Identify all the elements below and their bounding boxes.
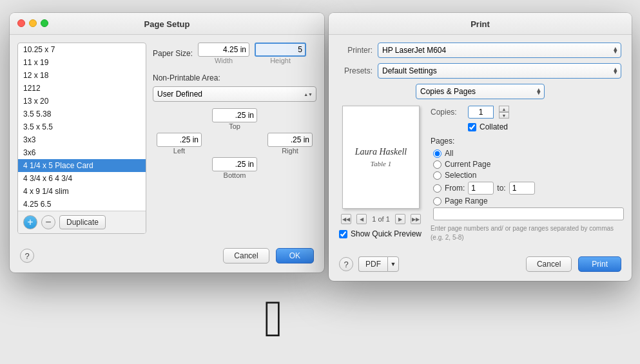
current-page-label[interactable]: Current Page xyxy=(445,160,490,169)
right-margin-input[interactable] xyxy=(267,133,313,147)
show-preview-row: Show Quick Preview xyxy=(339,229,423,238)
page-range-label[interactable]: Page Range xyxy=(445,196,488,206)
ok-button[interactable]: OK xyxy=(276,248,314,263)
preset-dropdown[interactable]: User Defined xyxy=(153,86,316,102)
paper-list-scroll[interactable]: 10.25 x 7 11 x 19 12 x 18 1212 13 x 20 3… xyxy=(18,43,146,211)
preview-line1: Laura Haskell xyxy=(355,147,407,157)
presets-dropdown-wrapper: Default Settings xyxy=(378,63,621,79)
apple-logo:  xyxy=(264,293,283,345)
show-preview-checkbox[interactable] xyxy=(339,230,347,238)
printer-select[interactable]: HP LaserJet M604 xyxy=(378,43,621,58)
print-dialog-title: Print xyxy=(470,19,490,29)
to-input[interactable] xyxy=(509,182,535,195)
paper-size-label: Paper Size: xyxy=(153,49,193,58)
preview-page: Laura Haskell Table 1 xyxy=(342,106,420,209)
page-range-row: Page Range xyxy=(433,196,621,206)
duplicate-button[interactable]: Duplicate xyxy=(59,215,106,229)
paper-width-input[interactable] xyxy=(198,43,249,57)
list-controls: + − Duplicate xyxy=(18,211,146,233)
copies-pages-wrapper: Copies & Pages xyxy=(416,84,545,99)
bottom-margin-input[interactable] xyxy=(212,157,257,171)
print-footer: ? PDF ▼ Cancel Print xyxy=(329,250,632,281)
all-label[interactable]: All xyxy=(445,149,453,158)
preset-dropdown-wrapper: User Defined xyxy=(153,86,316,102)
minimize-button[interactable] xyxy=(29,19,37,27)
list-item-selected[interactable]: 4 1/4 x 5 Place Card xyxy=(18,159,146,172)
non-printable-section: Non-Printable Area: User Defined Top xyxy=(153,73,316,179)
list-item[interactable]: 13 x 20 xyxy=(18,95,146,108)
presets-select[interactable]: Default Settings xyxy=(378,63,621,79)
selection-row: Selection xyxy=(433,171,621,180)
paper-items[interactable]: 10.25 x 7 11 x 19 12 x 18 1212 13 x 20 3… xyxy=(18,43,146,211)
preview-nav: ◀◀ ◀ 1 of 1 ▶ ▶▶ xyxy=(339,214,423,224)
last-page-button[interactable]: ▶▶ xyxy=(411,214,421,224)
page-range-radio[interactable] xyxy=(433,197,441,206)
list-item[interactable]: 4 x 9 1/4 slim xyxy=(18,185,146,198)
close-button[interactable] xyxy=(17,19,25,27)
remove-paper-size-button[interactable]: − xyxy=(41,215,55,229)
selection-radio[interactable] xyxy=(433,171,441,180)
copies-label: Copies: xyxy=(431,108,463,117)
print-footer-left: ? PDF ▼ xyxy=(339,256,399,272)
list-item[interactable]: 3.5 x 5.5 xyxy=(18,120,146,133)
list-item[interactable]: 3.5 5.38 xyxy=(18,108,146,120)
list-item[interactable]: 11 x 19 xyxy=(18,56,146,69)
current-page-row: Current Page xyxy=(433,160,621,169)
pages-label: Pages: xyxy=(431,137,621,146)
pdf-arrow-button[interactable]: ▼ xyxy=(387,256,399,272)
copies-pages-select[interactable]: Copies & Pages xyxy=(416,84,545,99)
list-item[interactable]: 3x3 xyxy=(18,133,146,146)
add-paper-size-button[interactable]: + xyxy=(23,215,37,229)
print-main: Laura Haskell Table 1 ◀◀ ◀ 1 of 1 ▶ ▶▶ S… xyxy=(339,106,621,242)
maximize-button[interactable] xyxy=(41,19,48,27)
height-input-group: Height xyxy=(255,43,306,64)
from-label[interactable]: From: xyxy=(445,184,465,193)
paper-settings-panel: Paper Size: Width Height Non-Printable A… xyxy=(153,43,316,234)
copies-input[interactable] xyxy=(468,106,494,119)
to-label: to: xyxy=(497,184,505,193)
width-input-group: Width xyxy=(198,43,249,64)
page-range-input[interactable] xyxy=(433,207,624,220)
list-item[interactable]: 4.25 6.5 xyxy=(18,198,146,211)
from-input[interactable] xyxy=(468,182,494,195)
page-setup-footer: ? Cancel OK xyxy=(10,242,324,273)
footer-buttons: Cancel OK xyxy=(223,248,314,263)
non-printable-label: Non-Printable Area: xyxy=(153,73,316,82)
list-item[interactable]: 1212 xyxy=(18,82,146,95)
current-page-radio[interactable] xyxy=(433,160,441,169)
list-item[interactable]: 12 x 18 xyxy=(18,69,146,82)
next-page-button[interactable]: ▶ xyxy=(395,214,405,224)
paper-height-input[interactable] xyxy=(255,43,306,57)
show-preview-label[interactable]: Show Quick Preview xyxy=(351,229,422,238)
left-margin-input[interactable] xyxy=(157,133,202,147)
page-setup-body: 10.25 x 7 11 x 19 12 x 18 1212 13 x 20 3… xyxy=(10,35,324,242)
page-setup-dialog: Page Setup 10.25 x 7 11 x 19 12 x 18 121… xyxy=(10,13,324,273)
pdf-button[interactable]: PDF xyxy=(358,256,387,272)
copies-pages-row: Copies & Pages xyxy=(339,84,621,99)
from-to-radio[interactable] xyxy=(433,184,441,193)
list-item[interactable]: 3x6 xyxy=(18,146,146,159)
all-pages-row: All xyxy=(433,149,621,158)
print-help-button[interactable]: ? xyxy=(339,257,353,271)
hint-text: Enter page numbers and/ or page ranges s… xyxy=(431,224,621,242)
first-page-button[interactable]: ◀◀ xyxy=(341,214,351,224)
copies-decrement-button[interactable]: ▼ xyxy=(499,112,509,119)
paper-size-row: Paper Size: Width Height xyxy=(153,43,316,64)
print-dialog-body: Printer: HP LaserJet M604 Presets: Defau… xyxy=(329,35,632,250)
print-button[interactable]: Print xyxy=(578,256,621,272)
list-item[interactable]: 4 3/4 x 6 4 3/4 xyxy=(18,172,146,185)
selection-label[interactable]: Selection xyxy=(445,171,476,180)
print-dialog: Print Printer: HP LaserJet M604 Presets:… xyxy=(329,13,632,281)
cancel-button[interactable]: Cancel xyxy=(223,248,269,263)
copies-increment-button[interactable]: ▲ xyxy=(499,106,509,112)
collated-label[interactable]: Collated xyxy=(480,122,508,131)
all-radio[interactable] xyxy=(433,149,441,158)
list-item[interactable]: 10.25 x 7 xyxy=(18,43,146,56)
top-margin-input[interactable] xyxy=(212,108,257,122)
collated-checkbox[interactable] xyxy=(468,123,476,131)
printer-label: Printer: xyxy=(339,46,378,55)
help-button[interactable]: ? xyxy=(20,249,34,263)
prev-page-button[interactable]: ◀ xyxy=(356,214,367,224)
margins-grid: Top Left Right xyxy=(153,108,316,179)
print-cancel-button[interactable]: Cancel xyxy=(526,256,572,272)
